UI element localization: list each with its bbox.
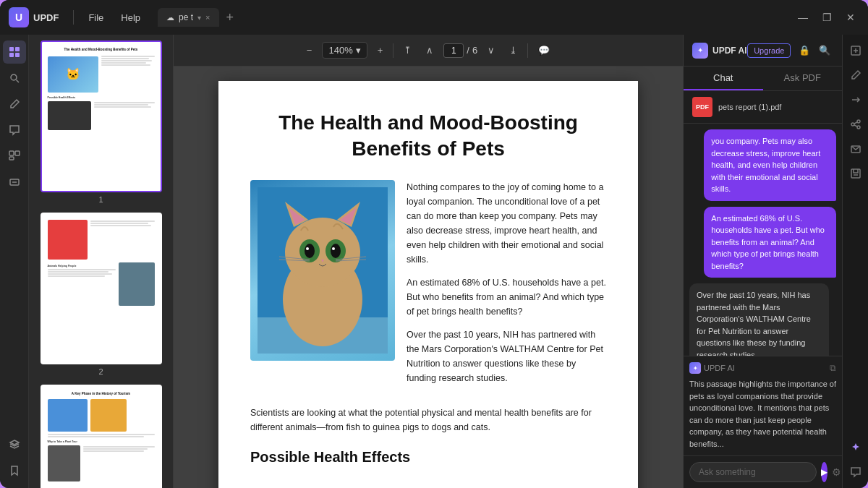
menu-help[interactable]: Help — [115, 9, 146, 26]
svg-rect-0 — [9, 47, 14, 51]
logo-area: U UPDF — [9, 7, 59, 27]
tab-arrow-icon: ▾ — [197, 14, 201, 22]
svg-point-35 — [857, 126, 860, 129]
ai-logo-text: UPDF AI — [712, 46, 747, 56]
ai-logo: ✦ UPDF AI — [692, 43, 747, 59]
ai-messages[interactable]: you company. Pets may also decrease stre… — [684, 124, 842, 356]
ai-tabs: Chat Ask PDF — [684, 67, 842, 91]
thumbnail-item-2[interactable]: Animals Helping People 2 — [35, 213, 167, 376]
pdf-paragraph-1: Nothing compares to the joy of coming ho… — [407, 180, 606, 267]
page-number-input[interactable] — [443, 43, 464, 58]
menu-file[interactable]: File — [82, 9, 109, 26]
tab-area: ☁ pe t ▾ × + — [158, 8, 788, 27]
page-total: 6 — [472, 45, 477, 56]
sidebar-icon-edit[interactable] — [3, 93, 26, 116]
thumbnail-item-3[interactable]: A Key Phase in the History of Tourism Wh… — [35, 385, 167, 488]
right-icon-edit[interactable] — [846, 65, 866, 85]
cat-image-column — [250, 180, 395, 394]
sidebar-icon-comment[interactable] — [3, 119, 26, 142]
sidebar-icon-bookmark[interactable] — [3, 459, 26, 482]
thumbnail-image-3: A Key Phase in the History of Tourism Wh… — [41, 385, 162, 488]
svg-line-36 — [854, 122, 857, 124]
svg-rect-7 — [15, 151, 20, 155]
ai-right-icons — [842, 35, 868, 488]
user-message-1: you company. Pets may also decrease stre… — [704, 129, 836, 201]
pdf-text-column: Nothing compares to the joy of coming ho… — [407, 180, 606, 394]
tab-pet[interactable]: ☁ pe t ▾ × — [158, 8, 218, 27]
maximize-button[interactable]: ❐ — [818, 10, 836, 25]
sidebar-icon-forms[interactable] — [3, 171, 26, 194]
zoom-out-button[interactable]: − — [302, 42, 317, 59]
pdf-section-title: Possible Health Effects — [250, 449, 606, 466]
new-tab-button[interactable]: + — [222, 9, 239, 27]
copy-icon[interactable]: ⧉ — [830, 363, 836, 373]
upgrade-button[interactable]: Upgrade — [747, 43, 791, 58]
svg-point-4 — [11, 74, 17, 80]
comment-button[interactable]: 💬 — [534, 42, 554, 59]
toolbar: − 140% ▾ + ⤒ ∧ / 6 ∨ ⤓ 💬 — [174, 35, 683, 67]
right-icon-scan[interactable] — [846, 40, 866, 61]
cat-photo — [250, 180, 395, 361]
fit-page-bottom-button[interactable]: ⤓ — [505, 42, 522, 59]
right-icon-ai[interactable] — [846, 437, 866, 458]
zoom-in-button[interactable]: + — [373, 42, 388, 59]
user-message-2: An estimated 68% of U.S. households have… — [704, 207, 836, 278]
page-separator: / — [467, 45, 469, 56]
tab-ask-pdf[interactable]: Ask PDF — [763, 67, 843, 90]
thumbnail-label-1: 1 — [98, 195, 103, 204]
ai-input-area: ▶ ⚙ — [684, 455, 842, 488]
tab-file-icon: ☁ — [166, 13, 174, 22]
next-page-button[interactable]: ∨ — [483, 42, 499, 59]
sidebar-icon-search[interactable] — [3, 67, 26, 90]
ai-small-logo-icon: ✦ — [689, 362, 701, 374]
svg-line-37 — [854, 125, 857, 127]
pdf-paragraph-3: Over the past 10 years, NIH has partnere… — [407, 328, 606, 385]
ai-send-button[interactable]: ▶ — [821, 462, 827, 482]
svg-rect-3 — [15, 53, 20, 57]
prev-page-button[interactable]: ∧ — [422, 42, 438, 59]
ai-message-1: Over the past 10 years, NIH has partnere… — [689, 283, 829, 356]
svg-point-21 — [305, 244, 315, 258]
ai-header: ✦ UPDF AI Upgrade 🔒 🔍 — [684, 35, 842, 67]
minimize-button[interactable]: — — [793, 10, 812, 25]
sidebar-icon-organize[interactable] — [3, 145, 26, 168]
right-icon-share[interactable] — [846, 114, 866, 134]
tab-close-button[interactable]: × — [205, 13, 210, 22]
thumbnail-item-1[interactable]: The Health and Mood-Boosting Benefits of… — [35, 40, 167, 204]
thumbnail-image-1: The Health and Mood-Boosting Benefits of… — [41, 40, 162, 192]
pdf-content-area[interactable]: The Health and Mood-Boosting Benefits of… — [174, 67, 683, 488]
fit-page-top-button[interactable]: ⤒ — [399, 42, 416, 59]
sidebar-icon-thumbnails[interactable] — [3, 40, 26, 64]
svg-line-5 — [16, 80, 19, 83]
right-icon-convert[interactable] — [846, 90, 866, 110]
ai-search-icon[interactable]: 🔍 — [816, 43, 833, 57]
svg-rect-39 — [851, 169, 860, 178]
svg-rect-6 — [9, 151, 14, 155]
zoom-level-display[interactable]: 140% ▾ — [322, 42, 367, 59]
right-icon-mail[interactable] — [846, 139, 866, 159]
ai-logo-icon: ✦ — [692, 43, 708, 59]
page-display: / 6 — [443, 43, 477, 58]
ai-response-text: This passage highlights the importance o… — [689, 378, 836, 450]
sidebar-icon-layers[interactable] — [3, 433, 26, 456]
main-area: The Health and Mood-Boosting Benefits of… — [0, 35, 868, 488]
tab-label: pe t — [179, 12, 193, 22]
close-button[interactable]: ✕ — [842, 10, 859, 25]
right-icon-save[interactable] — [846, 163, 866, 184]
svg-rect-8 — [9, 157, 14, 160]
right-icon-comment-bottom[interactable] — [846, 462, 866, 482]
ai-settings-icon[interactable]: ⚙ — [832, 466, 841, 478]
svg-rect-1 — [15, 47, 20, 51]
pdf-file-icon: PDF — [692, 97, 712, 117]
zoom-arrow-icon: ▾ — [356, 45, 361, 56]
app-title: UPDF — [33, 12, 59, 23]
ai-input-field[interactable] — [689, 462, 817, 482]
center-section: − 140% ▾ + ⤒ ∧ / 6 ∨ ⤓ 💬 — [174, 35, 683, 488]
ai-response-area: ✦ UPDF AI ⧉ This passage highlights the … — [684, 356, 842, 455]
file-name-label: pets report (1).pdf — [718, 103, 781, 111]
tab-chat[interactable]: Chat — [684, 67, 763, 90]
ai-lock-icon: 🔒 — [796, 43, 813, 57]
thumbnail-label-2: 2 — [98, 367, 103, 376]
toolbar-divider-1 — [393, 43, 393, 58]
pdf-body-text: Scientists are looking at what the poten… — [250, 406, 606, 435]
